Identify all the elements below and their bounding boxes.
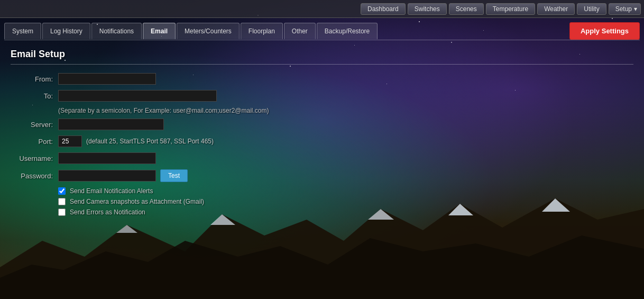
password-input[interactable] xyxy=(58,170,156,182)
username-input[interactable] xyxy=(58,152,156,164)
nav-scenes-button[interactable]: Scenes xyxy=(449,3,484,15)
to-hint-text: (Separate by a semicolon, For Example: u… xyxy=(58,107,633,114)
password-label: Password: xyxy=(11,172,53,180)
nav-switches-button[interactable]: Switches xyxy=(408,3,447,15)
tab-other[interactable]: Other xyxy=(284,23,316,39)
top-nav: Dashboard Switches Scenes Temperature We… xyxy=(0,0,644,18)
to-label: To: xyxy=(11,92,53,100)
port-hint-text: (default 25, StartTLS Port 587, SSL Port… xyxy=(86,138,214,145)
server-input[interactable] xyxy=(58,119,164,130)
username-label: Username: xyxy=(11,155,53,162)
tab-meters-counters[interactable]: Meters/Counters xyxy=(177,23,240,39)
tab-system[interactable]: System xyxy=(4,23,41,39)
tab-email[interactable]: Email xyxy=(143,23,176,39)
form-row-server: Server: xyxy=(11,119,633,130)
form-row-from: From: xyxy=(11,73,633,85)
nav-setup-button[interactable]: Setup ▾ xyxy=(609,3,641,15)
checkbox-row-email-alerts: Send Email Notification Alerts xyxy=(58,187,633,195)
tab-notifications[interactable]: Notifications xyxy=(91,23,142,39)
nav-weather-button[interactable]: Weather xyxy=(537,3,575,15)
tabs-bar: System Log History Notifications Email M… xyxy=(0,18,644,40)
send-errors-checkbox[interactable] xyxy=(58,209,66,216)
page-title: Email Setup xyxy=(11,49,633,65)
form-row-username: Username: xyxy=(11,152,633,164)
checkbox-row-camera-snapshots: Send Camera snapshots as Attachment (Gma… xyxy=(58,198,633,205)
send-errors-label: Send Errors as Notification xyxy=(70,209,145,216)
port-input[interactable] xyxy=(58,135,82,147)
main-content: Email Setup From: To: (Separate by a sem… xyxy=(0,40,644,228)
email-alerts-label: Send Email Notification Alerts xyxy=(70,187,153,195)
to-input[interactable] xyxy=(58,90,217,102)
from-input[interactable] xyxy=(58,73,156,85)
nav-utility-button[interactable]: Utility xyxy=(577,3,606,15)
from-label: From: xyxy=(11,75,53,83)
tab-backup-restore[interactable]: Backup/Restore xyxy=(317,23,378,39)
nav-dashboard-button[interactable]: Dashboard xyxy=(361,3,406,15)
camera-snapshots-label: Send Camera snapshots as Attachment (Gma… xyxy=(70,198,204,205)
nav-setup-arrow-icon: ▾ xyxy=(634,5,637,13)
nav-temperature-button[interactable]: Temperature xyxy=(486,3,535,15)
nav-setup-label: Setup xyxy=(615,5,632,13)
form-row-port: Port: (default 25, StartTLS Port 587, SS… xyxy=(11,135,633,147)
email-alerts-checkbox[interactable] xyxy=(58,187,66,195)
form-row-password: Password: Test xyxy=(11,169,633,182)
apply-settings-button[interactable]: Apply Settings xyxy=(569,22,640,40)
tab-log-history[interactable]: Log History xyxy=(42,23,90,39)
port-label: Port: xyxy=(11,138,53,146)
camera-snapshots-checkbox[interactable] xyxy=(58,198,66,205)
server-label: Server: xyxy=(11,121,53,129)
tab-floorplan[interactable]: Floorplan xyxy=(241,23,283,39)
test-button[interactable]: Test xyxy=(160,169,188,182)
form-row-to: To: xyxy=(11,90,633,102)
checkbox-row-send-errors: Send Errors as Notification xyxy=(58,209,633,216)
